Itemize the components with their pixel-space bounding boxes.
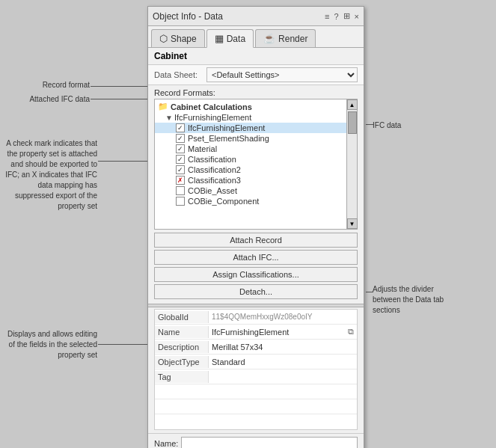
help-icon[interactable]: ? — [334, 12, 338, 21]
action-buttons: Attach Record Attach IFC... Assign Class… — [148, 230, 364, 302]
record-item-label-1: IfcFurnishingElement — [174, 113, 251, 122]
annotation-editing: Displays and allows editing of the field… — [0, 329, 97, 360]
record-item-label-2: IfcFurnishingElement — [188, 123, 265, 132]
record-list: 📁 Cabinet Calculations ▼ IfcFurnishingEl… — [155, 99, 346, 229]
annotation-line-4 — [366, 124, 373, 125]
record-item-label-3: Pset_ElementShading — [188, 134, 269, 143]
annotation-line-1 — [91, 86, 156, 87]
divider-handle[interactable] — [148, 304, 364, 307]
prop-value-description[interactable]: Merillat 57x34 — [209, 341, 357, 353]
record-item-4[interactable]: ✓ Material — [155, 144, 346, 154]
tab-shape[interactable]: ⬡ Shape — [151, 29, 205, 47]
checkbox-5[interactable]: ✓ — [176, 155, 185, 164]
record-scrollbar: ▲ ▼ — [346, 99, 357, 229]
scrollbar-thumb[interactable] — [348, 111, 357, 134]
annotation-line-2 — [91, 99, 156, 99]
name-input[interactable] — [181, 437, 358, 448]
scrollbar-down[interactable]: ▼ — [347, 218, 358, 229]
record-item-3[interactable]: ✓ Pset_ElementShading — [155, 133, 346, 144]
detach-button[interactable]: Detach... — [154, 284, 358, 299]
tab-render[interactable]: ☕ Render — [255, 29, 316, 47]
prop-row-tag: Tag — [155, 369, 357, 384]
record-item-label-8: COBie_Asset — [188, 186, 237, 195]
annotation-divider: Adjusts the divider between the Data tab… — [373, 284, 462, 316]
tab-data-label: Data — [227, 34, 245, 44]
prop-label-objecttype: ObjectType — [155, 356, 209, 368]
close-icon[interactable]: × — [355, 12, 359, 21]
record-item-1[interactable]: ▼ IfcFurnishingElement — [155, 112, 346, 123]
attach-ifc-button[interactable]: Attach IFC... — [154, 250, 358, 265]
prop-value-tag[interactable] — [209, 375, 357, 378]
attach-record-button[interactable]: Attach Record — [154, 233, 358, 248]
title-bar: Object Info - Data ≡ ? ⊞ × — [148, 7, 364, 26]
object-info-panel: Object Info - Data ≡ ? ⊞ × ⬡ Shape ▦ Dat… — [147, 6, 364, 448]
prop-label-name: Name — [155, 326, 209, 338]
data-sheet-label: Data Sheet: — [154, 70, 206, 79]
record-list-wrapper: 📁 Cabinet Calculations ▼ IfcFurnishingEl… — [154, 99, 358, 230]
checkbox-7[interactable]: ✗ — [176, 176, 185, 185]
annotation-line-5 — [366, 292, 373, 292]
prop-row-empty-2 — [155, 399, 357, 414]
checkbox-9[interactable] — [176, 197, 185, 206]
record-item-2[interactable]: ✓ IfcFurnishingElement — [155, 123, 346, 133]
section-header: Cabinet — [148, 48, 364, 64]
pin-icon[interactable]: ⊞ — [343, 11, 350, 21]
prop-row-globalid: GlobalId 11$4QQMemHxxgWz08e0oIY — [155, 310, 357, 325]
assign-classifications-button[interactable]: Assign Classifications... — [154, 267, 358, 282]
prop-row-description: Description Merillat 57x34 — [155, 340, 357, 355]
scrollbar-up[interactable]: ▲ — [347, 99, 358, 110]
prop-row-empty-3 — [155, 414, 357, 429]
record-formats-label: Record Formats: — [148, 85, 364, 99]
data-sheet-select[interactable]: <Default Settings> — [206, 67, 358, 82]
prop-value-name[interactable]: IfcFurnishingElement — [209, 326, 345, 338]
menu-icon[interactable]: ≡ — [325, 12, 329, 21]
copy-icon-name[interactable]: ⧉ — [345, 327, 357, 337]
record-item-7[interactable]: ✗ Classification3 — [155, 175, 346, 185]
render-icon: ☕ — [263, 33, 275, 44]
record-item-label-5: Classification — [188, 155, 236, 164]
record-item-6[interactable]: ✓ Classification2 — [155, 165, 346, 175]
prop-label-tag: Tag — [155, 371, 209, 383]
prop-label-globalid: GlobalId — [155, 311, 209, 323]
prop-row-name: Name IfcFurnishingElement ⧉ — [155, 325, 357, 340]
tab-data[interactable]: ▦ Data — [206, 29, 254, 48]
record-item-5[interactable]: ✓ Classification — [155, 154, 346, 165]
record-item-9[interactable]: COBie_Component — [155, 196, 346, 206]
shape-icon: ⬡ — [159, 33, 168, 44]
name-label: Name: — [154, 439, 181, 448]
prop-row-empty-1 — [155, 384, 357, 399]
name-row: Name: — [148, 433, 364, 448]
record-item-label-7: Classification3 — [188, 176, 241, 185]
record-item-label-0: Cabinet Calculations — [171, 102, 252, 111]
tab-shape-label: Shape — [171, 34, 197, 44]
tab-render-label: Render — [278, 34, 307, 44]
prop-label-description: Description — [155, 341, 209, 353]
prop-value-globalid: 11$4QQMemHxxgWz08e0oIY — [209, 311, 357, 322]
folder-icon-0: 📁 — [158, 102, 168, 111]
record-item-label-4: Material — [188, 144, 217, 153]
checkbox-8[interactable] — [176, 186, 185, 195]
record-item-0[interactable]: 📁 Cabinet Calculations — [155, 101, 346, 112]
record-item-label-6: Classification2 — [188, 165, 241, 174]
title-controls: ≡ ? ⊞ × — [325, 11, 359, 21]
checkbox-3[interactable]: ✓ — [176, 134, 185, 143]
record-item-8[interactable]: COBie_Asset — [155, 185, 346, 196]
checkbox-6[interactable]: ✓ — [176, 165, 185, 174]
checkbox-4[interactable]: ✓ — [176, 144, 185, 153]
annotation-record-format: Record format — [4, 81, 90, 89]
properties-table: GlobalId 11$4QQMemHxxgWz08e0oIY Name Ifc… — [154, 309, 358, 430]
annotation-ifc-data: IFC data — [373, 121, 447, 129]
prop-value-objecttype[interactable]: Standard — [209, 356, 357, 368]
data-icon: ▦ — [215, 33, 224, 44]
annotation-check-mark: A check mark indicates that the property… — [0, 138, 97, 212]
tab-bar: ⬡ Shape ▦ Data ☕ Render — [148, 26, 364, 48]
panel-title: Object Info - Data — [153, 11, 223, 22]
annotation-attached-ifc: Attached IFC data — [4, 95, 90, 103]
data-sheet-row: Data Sheet: <Default Settings> — [148, 64, 364, 85]
checkbox-2[interactable]: ✓ — [176, 123, 185, 132]
prop-row-objecttype: ObjectType Standard — [155, 355, 357, 369]
record-item-label-9: COBie_Component — [188, 197, 259, 206]
expand-icon-1: ▼ — [165, 114, 173, 122]
